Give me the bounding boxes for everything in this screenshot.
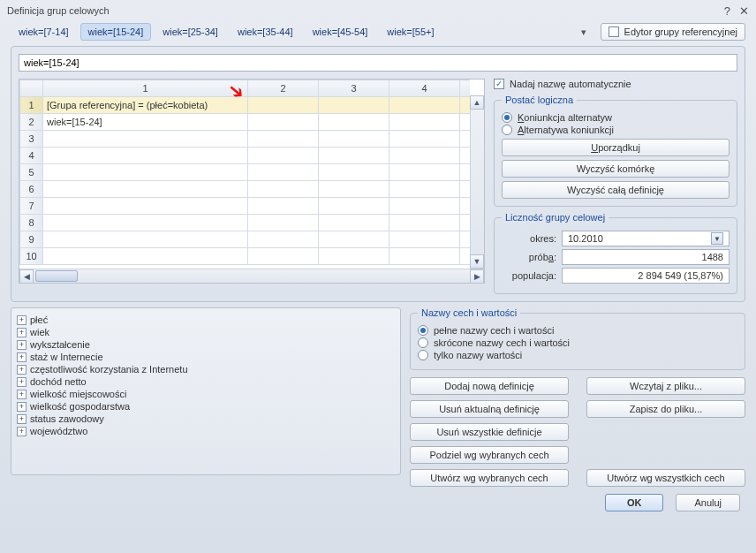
grid-cell[interactable] <box>319 164 389 181</box>
grid-cell[interactable] <box>389 231 460 248</box>
names-values-only[interactable]: tylko nazwy wartości <box>418 350 737 360</box>
row-header[interactable]: 9 <box>20 231 43 248</box>
cancel-button[interactable]: Anuluj <box>676 494 740 511</box>
grid-cell[interactable] <box>460 248 471 265</box>
expand-icon[interactable]: + <box>17 402 26 412</box>
grid-cell[interactable] <box>460 131 471 148</box>
definition-grid[interactable]: 123451[Grupa referencyjna] = (płeć=kobie… <box>19 79 485 284</box>
grid-cell[interactable] <box>460 181 471 198</box>
grid-cell[interactable] <box>319 181 389 198</box>
grid-cell[interactable] <box>319 97 389 114</box>
grid-cell[interactable] <box>389 114 460 131</box>
editor-reference-checkbox[interactable] <box>609 27 619 37</box>
row-header[interactable]: 2 <box>20 114 43 131</box>
help-icon[interactable]: ? <box>724 4 730 18</box>
grid-cell[interactable] <box>248 97 319 114</box>
grid-cell[interactable] <box>248 248 319 265</box>
expand-icon[interactable]: + <box>17 390 26 399</box>
traits-tree[interactable]: +płeć+wiek+wykształcenie+staż w Internec… <box>11 307 401 475</box>
grid-cell[interactable] <box>43 148 248 164</box>
logical-option-alternative[interactable]: Alternatywa koniunkcji <box>502 125 730 135</box>
grid-cell[interactable] <box>248 181 319 198</box>
grid-cell[interactable] <box>319 198 389 215</box>
row-header[interactable]: 6 <box>20 181 43 198</box>
grid-cell[interactable] <box>248 164 319 181</box>
logical-option-conjunction[interactable]: Koniunkcja alternatyw <box>502 112 730 123</box>
grid-cell[interactable] <box>248 198 319 215</box>
formula-input[interactable] <box>19 54 737 72</box>
delete-all-button[interactable]: Usuń wszystkie definicje <box>410 423 569 441</box>
tree-item[interactable]: +wiek <box>15 326 397 338</box>
names-full[interactable]: pełne nazwy cech i wartości <box>418 325 737 336</box>
tab-wiek-25-34-[interactable]: wiek=[25-34] <box>155 23 226 41</box>
expand-icon[interactable]: + <box>17 414 26 424</box>
grid-cell[interactable] <box>319 114 389 131</box>
ok-button[interactable]: OK <box>605 494 664 511</box>
load-file-button[interactable]: Wczytaj z pliku... <box>586 377 745 395</box>
grid-cell[interactable] <box>319 248 389 265</box>
add-definition-button[interactable]: Dodaj nową definicję <box>410 377 569 395</box>
create-by-selected-button[interactable]: Utwórz wg wybranych cech <box>410 469 569 487</box>
col-header[interactable]: 1 <box>43 80 248 97</box>
col-header[interactable]: 2 <box>248 80 319 97</box>
grid-cell[interactable] <box>460 148 471 164</box>
grid-cell[interactable] <box>43 181 248 198</box>
row-header[interactable]: 7 <box>20 198 43 215</box>
grid-cell[interactable] <box>43 131 248 148</box>
grid-cell[interactable] <box>389 148 460 164</box>
grid-cell[interactable] <box>43 248 248 265</box>
expand-icon[interactable]: + <box>17 427 26 436</box>
expand-icon[interactable]: + <box>17 365 26 375</box>
tree-item[interactable]: +wykształcenie <box>15 338 397 351</box>
grid-cell[interactable] <box>389 97 460 114</box>
grid-cell[interactable] <box>389 215 460 231</box>
grid-cell[interactable] <box>43 164 248 181</box>
row-header[interactable]: 3 <box>20 131 43 148</box>
col-header[interactable]: 5 <box>460 80 471 97</box>
grid-cell[interactable] <box>248 114 319 131</box>
expand-icon[interactable]: + <box>17 377 26 387</box>
tree-item[interactable]: +województwo <box>15 425 397 437</box>
create-by-all-button[interactable]: Utwórz wg wszystkich cech <box>586 469 745 487</box>
grid-cell[interactable] <box>460 198 471 215</box>
editor-reference-toggle[interactable]: Edytor grupy referencyjnej <box>601 23 745 41</box>
grid-cell[interactable] <box>248 148 319 164</box>
delete-current-button[interactable]: Usuń aktualną definicję <box>410 400 569 418</box>
grid-cell[interactable] <box>389 198 460 215</box>
expand-icon[interactable]: + <box>17 340 26 350</box>
scroll-h-thumb[interactable] <box>35 270 78 282</box>
tree-item[interactable]: +wielkość gospodarstwa <box>15 400 397 413</box>
grid-cell[interactable] <box>460 114 471 131</box>
grid-cell[interactable] <box>43 198 248 215</box>
names-short[interactable]: skrócone nazwy cech i wartości <box>418 337 737 348</box>
row-header[interactable]: 4 <box>20 148 43 164</box>
close-icon[interactable]: ✕ <box>739 4 749 18</box>
scroll-up-button[interactable]: ▲ <box>470 95 484 110</box>
okres-combo[interactable]: 10.2010 ▼ <box>562 231 730 246</box>
expand-icon[interactable]: + <box>17 328 26 337</box>
grid-cell[interactable] <box>248 231 319 248</box>
grid-cell[interactable]: [Grupa referencyjna] = (płeć=kobieta) <box>43 97 248 114</box>
grid-cell[interactable] <box>319 231 389 248</box>
clear-cell-button[interactable]: Wyczyść komórkę <box>502 160 730 178</box>
tree-item[interactable]: +częstotliwość korzystania z Internetu <box>15 363 397 375</box>
grid-cell[interactable] <box>319 131 389 148</box>
tree-item[interactable]: +płeć <box>15 314 397 326</box>
split-by-traits-button[interactable]: Podziel wg wybranych cech <box>410 446 569 464</box>
tab-wiek-45-54-[interactable]: wiek=[45-54] <box>305 23 376 41</box>
grid-cell[interactable] <box>43 231 248 248</box>
tabs-menu-icon[interactable]: ▾ <box>578 26 590 38</box>
tree-item[interactable]: +staż w Internecie <box>15 351 397 363</box>
grid-cell[interactable] <box>460 164 471 181</box>
row-header[interactable]: 5 <box>20 164 43 181</box>
grid-cell[interactable] <box>389 181 460 198</box>
scroll-left-button[interactable]: ◀ <box>19 269 34 284</box>
auto-name-checkbox[interactable] <box>494 79 504 89</box>
tree-item[interactable]: +wielkość miejscowości <box>15 388 397 400</box>
row-header[interactable]: 1 <box>20 97 43 114</box>
grid-cell[interactable] <box>460 231 471 248</box>
scroll-h-track[interactable] <box>34 269 470 283</box>
row-header[interactable]: 8 <box>20 215 43 231</box>
col-header[interactable]: 3 <box>319 80 389 97</box>
grid-cell[interactable] <box>43 215 248 231</box>
